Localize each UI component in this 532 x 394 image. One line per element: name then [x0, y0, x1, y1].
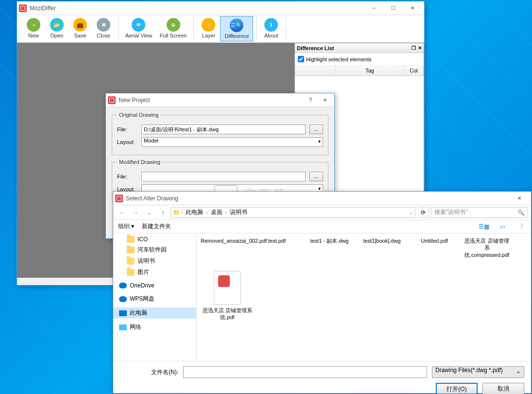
cloud-icon: [119, 296, 127, 302]
diff-col-tag[interactable]: Tag: [336, 66, 404, 75]
tree-item[interactable]: OneDrive: [113, 281, 196, 290]
dialog-title: New Project: [119, 97, 303, 104]
main-titlebar[interactable]: MoziDiffer ─ ☐ ✕: [17, 1, 424, 15]
file-toolbar: 组织 ▾ 新建文件夹 ☰▦ ▭ ❔: [113, 220, 531, 233]
file-item[interactable]: test.pdf: [253, 237, 301, 258]
file-item[interactable]: 思迅天店 店铺管理系统.compressed.pdf: [463, 237, 511, 258]
organize-menu[interactable]: 组织 ▾: [118, 222, 134, 231]
open-icon: 📂: [50, 18, 64, 32]
cancel-button[interactable]: 取消: [482, 383, 524, 394]
tree-item[interactable]: 网络: [113, 322, 196, 333]
folder-icon: [127, 269, 135, 276]
toolbar-new[interactable]: ＋New: [22, 16, 45, 40]
toolbar-aerial[interactable]: 👁Aerial View: [121, 16, 156, 40]
save-icon: 💼: [73, 18, 87, 32]
toolbar-close[interactable]: ✖Close: [92, 16, 115, 40]
diff-dock-icon[interactable]: ❐: [412, 45, 416, 51]
new-folder-button[interactable]: 新建文件夹: [142, 222, 171, 231]
search-input[interactable]: 搜索"说明书" 🔍: [431, 207, 528, 218]
minimize-button[interactable]: ─: [364, 2, 383, 15]
folder-icon: [127, 247, 135, 253]
orig-layout-select[interactable]: Model: [141, 137, 323, 147]
diff-col-col[interactable]: Col: [404, 66, 424, 75]
view-icon[interactable]: ☰▦: [479, 221, 489, 232]
new-project-titlebar[interactable]: New Project ? ✕: [106, 93, 334, 107]
nav-recent-icon[interactable]: ⌄: [143, 207, 155, 218]
search-placeholder: 搜索"说明书": [434, 208, 468, 216]
file-thumb-icon: [214, 271, 241, 305]
layer-label: Layer: [202, 33, 216, 38]
file-dialog: Select Alter Drawing ✕ ← → ⌄ ↑ 📁 › 此电脑› …: [113, 191, 532, 394]
file-item[interactable]: test1 - 副本.dwg: [306, 237, 353, 258]
close-icon: ✖: [97, 18, 110, 32]
file-close-button[interactable]: ✕: [510, 192, 529, 205]
tree-item[interactable]: 此电脑: [113, 307, 196, 319]
highlight-label: Highlight selected elements: [306, 56, 372, 62]
close-button[interactable]: ✕: [403, 2, 422, 15]
search-icon: 🔍: [517, 209, 525, 216]
difference-icon: ☰🔍: [230, 18, 243, 32]
open-label: Open: [51, 33, 64, 38]
tree-item[interactable]: 图片: [113, 267, 196, 278]
original-drawing-group: Original Drawing File: ... Layout: Model: [112, 112, 328, 155]
toolbar-fullscreen[interactable]: ⊕Full Screen: [156, 16, 191, 40]
dialog-close-button[interactable]: ✕: [318, 94, 332, 107]
new-label: New: [28, 33, 39, 38]
file-dialog-title: Select Alter Drawing: [126, 195, 510, 202]
breadcrumb-dropdown-icon[interactable]: ⌄: [409, 210, 413, 215]
orig-file-input[interactable]: [141, 125, 306, 134]
tree-item[interactable]: 河东软件园: [113, 244, 196, 255]
orig-browse-button[interactable]: ...: [309, 125, 323, 134]
tree-item[interactable]: WPS网盘: [113, 293, 196, 304]
orig-layout-label: Layout:: [117, 139, 137, 145]
diff-col-0[interactable]: [295, 66, 336, 75]
save-label: Save: [74, 33, 86, 38]
toolbar-open[interactable]: 📂Open: [45, 16, 69, 40]
net-icon: [119, 324, 127, 330]
fullscreen-label: Full Screen: [160, 33, 187, 38]
nav-forward-icon[interactable]: →: [130, 207, 141, 218]
toolbar-layer[interactable]: ≡Layer: [197, 16, 220, 41]
file-item[interactable]: 思迅天店 店铺管理系统.pdf: [201, 271, 254, 321]
filename-input[interactable]: [183, 366, 427, 378]
highlight-checkbox[interactable]: [298, 56, 304, 62]
orig-file-label: File:: [117, 126, 137, 132]
diff-close-icon[interactable]: ✕: [418, 45, 422, 51]
app-title: MoziDiffer: [30, 5, 364, 12]
open-button[interactable]: 打开(O): [436, 383, 478, 394]
refresh-icon[interactable]: ⟳: [417, 207, 429, 218]
app-icon: [19, 4, 27, 12]
bc-0[interactable]: 此电脑: [184, 208, 205, 216]
preview-pane-icon[interactable]: ▭: [497, 221, 508, 232]
help-button[interactable]: ?: [303, 94, 318, 107]
nav-up-icon[interactable]: ↑: [157, 207, 169, 218]
difference-label: Difference: [224, 33, 249, 39]
file-list[interactable]: Removed_anxaizai_002.pdftest.pdftest1 - …: [197, 233, 531, 361]
toolbar-difference[interactable]: ☰🔍Difference: [220, 16, 253, 41]
folder-icon: 📁: [173, 209, 180, 216]
file-item[interactable]: Removed_anxaizai_002.pdf: [201, 237, 248, 258]
tree-item[interactable]: ICO: [113, 234, 196, 244]
help-icon[interactable]: ❔: [515, 221, 526, 232]
mod-file-input[interactable]: [141, 172, 306, 181]
maximize-button[interactable]: ☐: [383, 2, 403, 15]
toolbar-about[interactable]: ℹAbout: [259, 16, 283, 40]
about-label: About: [264, 33, 278, 38]
dialog-icon: [108, 96, 116, 104]
aerial-icon: 👁: [132, 18, 145, 32]
file-nav-bar: ← → ⌄ ↑ 📁 › 此电脑› 桌面› 说明书 ⌄ ⟳ 搜索"说明书" 🔍: [113, 205, 531, 220]
file-item[interactable]: Untitled.pdf: [411, 237, 458, 258]
diff-panel-header[interactable]: Difference List ❐ ✕: [295, 43, 424, 53]
breadcrumb[interactable]: 📁 › 此电脑› 桌面› 说明书 ⌄: [171, 207, 415, 218]
file-filter-select[interactable]: Drawing Files(*.dwg *.pdf): [432, 366, 524, 378]
nav-tree[interactable]: ICO河东软件园说明书图片OneDriveWPS网盘此电脑网络: [113, 233, 197, 361]
bc-1[interactable]: 桌面: [209, 208, 224, 216]
nav-back-icon[interactable]: ←: [116, 207, 128, 218]
file-item[interactable]: test1[book].dwg: [358, 237, 406, 258]
tree-item[interactable]: 说明书: [113, 255, 196, 267]
toolbar-save[interactable]: 💼Save: [69, 16, 92, 40]
bc-2[interactable]: 说明书: [228, 208, 249, 216]
highlight-checkbox-row[interactable]: Highlight selected elements: [295, 53, 424, 66]
mod-browse-button[interactable]: ...: [309, 172, 323, 181]
file-titlebar[interactable]: Select Alter Drawing ✕: [113, 192, 531, 205]
